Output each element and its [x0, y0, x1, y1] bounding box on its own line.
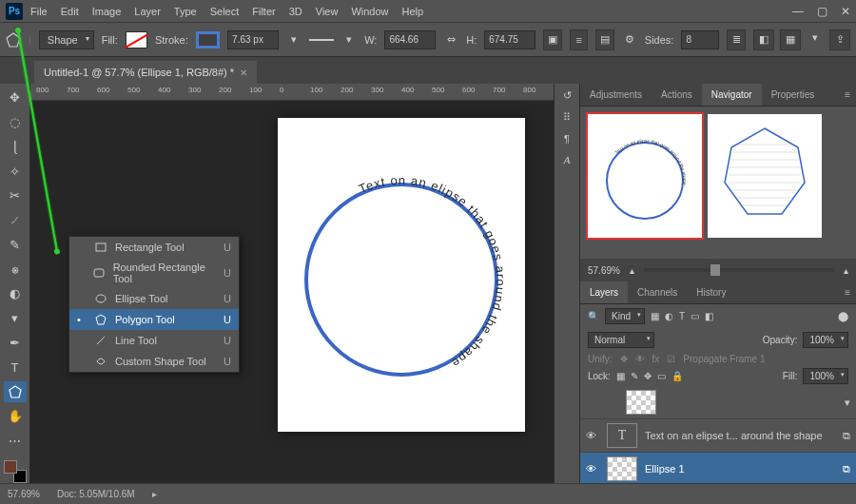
filter-kind-dropdown[interactable]: Kind: [605, 308, 645, 324]
menu-select[interactable]: Select: [210, 6, 240, 17]
path-alignment-icon[interactable]: ≡: [570, 29, 589, 50]
paragraph-panel-icon[interactable]: ¶: [564, 133, 570, 145]
blend-mode-dropdown[interactable]: Normal: [588, 332, 654, 348]
canvas[interactable]: Text on an elipse that goes around the s…: [278, 118, 525, 432]
move-tool[interactable]: ✥: [4, 87, 27, 108]
menu-help[interactable]: Help: [402, 6, 424, 17]
link-icon[interactable]: ⇔: [443, 31, 458, 48]
shape-tool[interactable]: [4, 381, 27, 402]
maximize-icon[interactable]: ▢: [817, 5, 827, 18]
close-icon[interactable]: ✕: [841, 5, 850, 18]
color-swatches[interactable]: [4, 460, 27, 483]
navigator-thumbnail[interactable]: Text on an elipse that goes around the s…: [588, 114, 702, 238]
share-icon[interactable]: ⇪: [829, 29, 850, 50]
zoom-out-icon[interactable]: ▴: [630, 265, 634, 276]
menu-view[interactable]: View: [316, 6, 339, 17]
filter-adjustment-icon[interactable]: ◐: [665, 311, 673, 321]
unify-style-icon[interactable]: fx: [652, 354, 660, 364]
tool-mode-dropdown[interactable]: Shape: [39, 30, 94, 49]
sides-input[interactable]: [681, 30, 719, 49]
menu-window[interactable]: Window: [351, 6, 388, 17]
zoom-in-icon[interactable]: ▴: [844, 265, 848, 276]
pen-tool[interactable]: ✒: [4, 333, 27, 354]
minimize-icon[interactable]: —: [792, 5, 804, 18]
opacity-input[interactable]: 100%: [803, 332, 848, 348]
align-edges-icon[interactable]: ≣: [727, 29, 746, 50]
hand-tool[interactable]: ✋: [4, 406, 27, 427]
path-arrangement-icon[interactable]: ▤: [595, 29, 614, 50]
lock-transparency-icon[interactable]: ▦: [616, 371, 625, 381]
arrange-docs-icon[interactable]: ▦: [780, 29, 801, 50]
height-input[interactable]: [484, 30, 535, 49]
marquee-tool[interactable]: ◌: [4, 112, 27, 133]
brush-presets-icon[interactable]: ⠿: [563, 111, 571, 124]
menu-type[interactable]: Type: [174, 6, 197, 17]
chevron-down-icon[interactable]: ▾: [286, 31, 302, 48]
layer-row-text[interactable]: 👁 T Text on an elipse t... around the sh…: [580, 419, 856, 453]
flyout-polygon-tool[interactable]: • Polygon Tool U: [69, 309, 239, 330]
visibility-toggle[interactable]: 👁: [586, 463, 599, 475]
fill-opacity-input[interactable]: 100%: [803, 368, 848, 384]
menu-image[interactable]: Image: [92, 6, 122, 17]
tab-adjustments[interactable]: Adjustments: [580, 84, 652, 106]
panel-menu-icon[interactable]: ≡: [839, 281, 856, 303]
menu-3d[interactable]: 3D: [289, 6, 302, 17]
filter-type-icon[interactable]: T: [679, 311, 685, 321]
visibility-toggle[interactable]: 👁: [586, 430, 599, 441]
menu-layer[interactable]: Layer: [134, 6, 161, 17]
type-tool[interactable]: T: [4, 357, 27, 378]
menu-edit[interactable]: Edit: [61, 6, 79, 17]
document-tab[interactable]: Untitled-1 @ 57.7% (Ellipse 1, RGB/8#) *…: [34, 61, 257, 84]
tab-actions[interactable]: Actions: [652, 84, 702, 106]
tab-properties[interactable]: Properties: [762, 84, 825, 106]
lock-pixels-icon[interactable]: ✎: [631, 371, 638, 381]
tab-navigator[interactable]: Navigator: [702, 84, 762, 106]
history-panel-icon[interactable]: ↺: [563, 89, 572, 102]
lock-all-icon[interactable]: 🔒: [671, 371, 683, 381]
link-icon[interactable]: ⧉: [843, 463, 850, 475]
tab-history[interactable]: History: [687, 281, 735, 303]
link-icon[interactable]: ⧉: [843, 430, 850, 442]
tab-close-icon[interactable]: ✕: [240, 68, 247, 78]
menu-file[interactable]: File: [30, 6, 48, 17]
tab-channels[interactable]: Channels: [628, 281, 687, 303]
filter-smart-icon[interactable]: ◧: [705, 311, 713, 321]
fill-swatch[interactable]: [126, 31, 147, 48]
chevron-down-icon[interactable]: ▾: [807, 29, 824, 47]
layer-row-ellipse[interactable]: 👁 Ellipse 1 ⧉: [580, 453, 856, 483]
filter-shape-icon[interactable]: ▭: [691, 311, 699, 321]
stroke-swatch[interactable]: [196, 31, 220, 48]
flyout-line-tool[interactable]: Line Tool U: [69, 330, 239, 351]
bucket-tool[interactable]: ▾: [4, 308, 27, 329]
menu-filter[interactable]: Filter: [252, 6, 275, 17]
flyout-custom-shape-tool[interactable]: Custom Shape Tool U: [69, 351, 239, 372]
unify-position-icon[interactable]: ✥: [620, 354, 628, 364]
character-panel-icon[interactable]: A: [564, 154, 571, 165]
clone-stamp-tool[interactable]: ⎈: [4, 259, 27, 280]
more-tools[interactable]: ⋯: [4, 431, 27, 452]
brush-tool[interactable]: ✎: [4, 235, 27, 256]
gear-icon[interactable]: ⚙: [622, 31, 637, 48]
eyedropper-tool[interactable]: ⟋: [4, 210, 27, 231]
stroke-width-input[interactable]: [227, 30, 279, 49]
status-zoom[interactable]: 57.69%: [8, 489, 40, 499]
flyout-rounded-rectangle-tool[interactable]: Rounded Rectangle Tool U: [69, 258, 239, 288]
flyout-rectangle-tool[interactable]: Rectangle Tool U: [69, 237, 239, 258]
lock-artboard-icon[interactable]: ▭: [657, 371, 666, 381]
status-doc-size[interactable]: Doc: 5.05M/10.6M: [57, 489, 135, 499]
stroke-style-preview[interactable]: [309, 39, 334, 41]
lasso-tool[interactable]: ɭ: [4, 137, 27, 158]
magic-wand-tool[interactable]: ✧: [4, 161, 27, 182]
unify-visibility-icon[interactable]: 👁: [635, 354, 645, 364]
crop-tool[interactable]: ✂: [4, 185, 27, 206]
width-input[interactable]: [384, 30, 436, 49]
chevron-down-icon[interactable]: ▾: [341, 31, 357, 48]
flyout-ellipse-tool[interactable]: Ellipse Tool U: [69, 288, 239, 309]
path-operations-icon[interactable]: ▣: [543, 29, 562, 50]
layer-row[interactable]: ▾: [580, 386, 856, 419]
navigator-thumbnail[interactable]: [708, 114, 822, 238]
panel-menu-icon[interactable]: ≡: [839, 84, 856, 106]
zoom-slider[interactable]: [644, 268, 834, 272]
lock-position-icon[interactable]: ✥: [644, 371, 652, 381]
gradient-tool[interactable]: ◐: [4, 283, 27, 304]
